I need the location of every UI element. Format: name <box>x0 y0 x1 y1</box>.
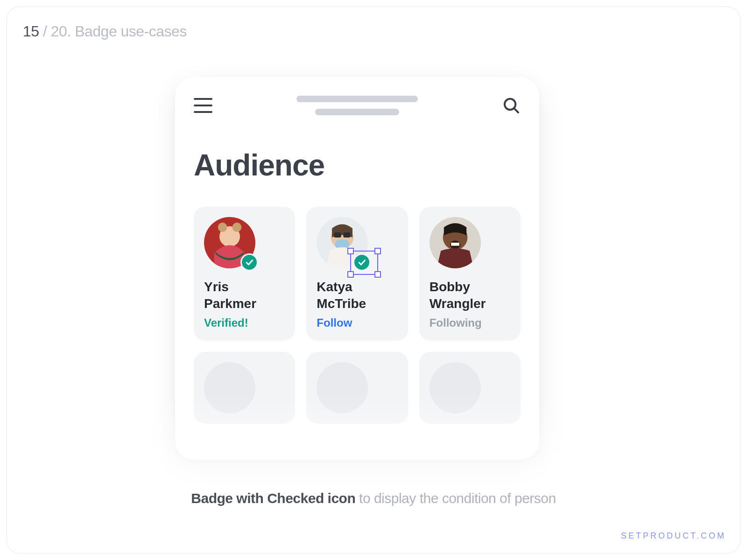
search-icon[interactable] <box>502 96 521 115</box>
breadcrumb-sep: / <box>39 23 51 40</box>
breadcrumb-current: 15 <box>23 23 39 40</box>
svg-rect-10 <box>344 232 351 238</box>
phone-mockup: Audience <box>175 77 539 460</box>
verified-check-icon <box>240 253 258 271</box>
status-following: Following <box>430 316 510 329</box>
avatar-skeleton <box>204 362 255 413</box>
caption-rest: to display the condition of person <box>355 490 556 506</box>
app-topbar <box>194 96 521 115</box>
caption-strong: Badge with Checked icon <box>191 490 355 506</box>
svg-rect-14 <box>451 243 459 246</box>
page-title: Audience <box>194 148 521 182</box>
svg-line-1 <box>514 109 518 112</box>
svg-rect-9 <box>334 232 341 238</box>
audience-card[interactable]: Bobby Wrangler Following <box>419 207 521 341</box>
follow-button[interactable]: Follow <box>317 316 397 329</box>
title-skeleton <box>212 96 502 115</box>
svg-point-5 <box>233 223 242 232</box>
audience-card[interactable]: Katya McTribe Follow <box>306 207 408 341</box>
skeleton-line <box>315 109 399 115</box>
audience-card-placeholder <box>419 352 521 424</box>
verified-check-icon <box>353 253 371 271</box>
avatar-wrap <box>430 217 481 268</box>
audience-card-placeholder <box>306 352 408 424</box>
hamburger-menu-icon[interactable] <box>194 98 212 113</box>
person-name: Bobby Wrangler <box>430 279 510 313</box>
person-name: Yris Parkmer <box>204 279 285 313</box>
audience-grid: Yris Parkmer Verified! <box>194 207 521 424</box>
avatar-skeleton <box>317 362 368 413</box>
svg-point-4 <box>218 223 227 232</box>
breadcrumb: 15 / 20. Badge use-cases <box>23 23 187 40</box>
avatar-wrap <box>204 217 255 268</box>
brand-watermark: SETPRODUCT.COM <box>621 531 726 541</box>
audience-card-placeholder <box>194 352 295 424</box>
skeleton-line <box>296 96 418 102</box>
presentation-frame: 15 / 20. Badge use-cases Audience <box>7 7 740 553</box>
avatar <box>430 217 481 268</box>
status-verified: Verified! <box>204 316 285 329</box>
person-name: Katya McTribe <box>317 279 397 313</box>
audience-card[interactable]: Yris Parkmer Verified! <box>194 207 295 341</box>
avatar-skeleton <box>430 362 481 413</box>
breadcrumb-rest: 20. Badge use-cases <box>51 23 187 40</box>
caption: Badge with Checked icon to display the c… <box>7 490 740 506</box>
avatar-wrap <box>317 217 368 268</box>
